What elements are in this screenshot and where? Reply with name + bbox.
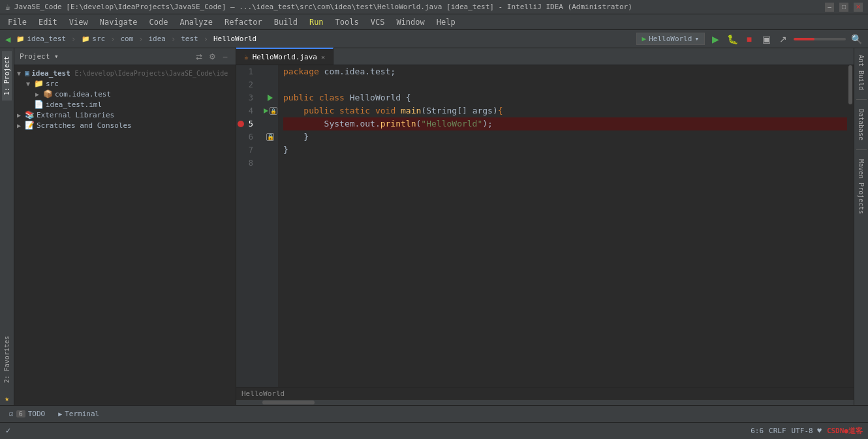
menu-run[interactable]: Run bbox=[304, 16, 329, 28]
maximize-button[interactable]: □ bbox=[839, 3, 848, 12]
tree-label-ext-libs: External Libraries bbox=[37, 111, 114, 119]
status-left: ✓ bbox=[5, 427, 16, 435]
nav-bar: ◀ 📁 idea_test › 📁 src › com › idea › tes… bbox=[0, 30, 868, 48]
menu-vcs[interactable]: VCS bbox=[365, 16, 390, 28]
code-line-6: } bbox=[283, 130, 847, 144]
nav-item-src[interactable]: 📁 src bbox=[78, 33, 108, 45]
breadcrumb-sep3: › bbox=[138, 35, 143, 44]
code-content[interactable]: package com.idea.test; public class Hell… bbox=[278, 65, 847, 387]
title-bar-controls: – □ ✕ bbox=[825, 3, 863, 12]
token-kw-public-2: public bbox=[303, 104, 334, 117]
sidebar-tab-favorites[interactable]: 2: Favorites bbox=[2, 331, 12, 388]
stop-button[interactable]: ■ bbox=[743, 33, 756, 46]
line-num-1: 1 bbox=[236, 65, 257, 78]
tree-scratch-icon: 📝 bbox=[25, 121, 35, 130]
menu-code[interactable]: Code bbox=[144, 16, 174, 28]
run-config-dropdown[interactable]: ▶ HelloWorld ▾ bbox=[636, 33, 705, 45]
token-kw-static: static bbox=[339, 104, 370, 117]
tree-label-idea_test: idea_test E:\develop\IdeaProjects\JavaSE… bbox=[31, 69, 228, 78]
nav-back-icon[interactable]: ◀ bbox=[5, 34, 10, 44]
gutter-3[interactable] bbox=[262, 91, 278, 104]
bottom-tab-todo[interactable]: ☑ 6 TODO bbox=[5, 408, 49, 419]
close-button[interactable]: ✕ bbox=[854, 3, 863, 12]
breakpoint-dot bbox=[238, 121, 244, 127]
progress-indicator bbox=[794, 38, 846, 40]
nav-item-test[interactable]: test bbox=[178, 33, 201, 44]
code-line-4: public static void main (String[] args) … bbox=[283, 104, 847, 117]
title-text: JavaSE_Code [E:\develop\IdeaProjects\Jav… bbox=[14, 3, 632, 11]
menu-window[interactable]: Window bbox=[391, 16, 429, 28]
tree-item-src[interactable]: ▼ 📁 src bbox=[14, 78, 236, 89]
tree-item-iml[interactable]: ▶ 📄 idea_test.iml bbox=[14, 99, 236, 110]
editor-tab-helloworld[interactable]: ☕ HelloWorld.java ✕ bbox=[236, 48, 333, 65]
menu-analyze[interactable]: Analyze bbox=[174, 16, 218, 28]
deploy-button[interactable]: ↗ bbox=[777, 33, 790, 46]
horizontal-scrollbar[interactable] bbox=[236, 400, 854, 405]
token-fn-main: main bbox=[401, 104, 421, 117]
right-panel-divider-1 bbox=[856, 99, 867, 100]
menu-view[interactable]: View bbox=[64, 16, 93, 28]
favorites-icon[interactable]: ★ bbox=[5, 392, 9, 405]
menu-tools[interactable]: Tools bbox=[330, 16, 364, 28]
panel-gear-button[interactable]: ⚙ bbox=[207, 52, 217, 62]
panel-minimize-button[interactable]: – bbox=[220, 52, 230, 62]
gutter-1 bbox=[262, 65, 278, 78]
token-kw-void: void bbox=[375, 104, 395, 117]
right-panels: Ant Build Database Maven Projects bbox=[854, 48, 868, 405]
right-tab-ant-build[interactable]: Ant Build bbox=[856, 51, 866, 94]
code-editor: 1 2 3 4 5 6 7 8 bbox=[236, 65, 854, 387]
run-button[interactable]: ▶ bbox=[709, 33, 722, 46]
panel-header: Project ▾ ⇄ ⚙ – bbox=[14, 48, 236, 65]
encoding[interactable]: UTF-8 ♥ bbox=[792, 427, 822, 435]
breadcrumb-sep2: › bbox=[110, 35, 115, 44]
status-vcs-button[interactable]: ✓ bbox=[5, 427, 11, 435]
src-icon: 📁 bbox=[81, 35, 90, 44]
tree-module-icon: ▣ bbox=[25, 68, 29, 78]
toolbar-right: ▶ HelloWorld ▾ ▶ 🐛 ■ ▣ ↗ 🔍 bbox=[636, 33, 863, 46]
menu-build[interactable]: Build bbox=[269, 16, 303, 28]
tree-iml-icon: 📄 bbox=[34, 100, 44, 109]
tree-label-scratches: Scratches and Consoles bbox=[37, 121, 132, 130]
tree-src-icon: 📁 bbox=[34, 79, 44, 88]
right-tab-maven[interactable]: Maven Projects bbox=[856, 155, 866, 218]
debug-button[interactable]: 🐛 bbox=[726, 33, 739, 46]
code-line-1: package com.idea.test; bbox=[283, 65, 847, 78]
coverage-button[interactable]: ▣ bbox=[760, 33, 773, 46]
search-button[interactable]: 🔍 bbox=[850, 33, 863, 46]
nav-item-idea[interactable]: idea bbox=[146, 33, 169, 44]
vertical-scrollbar[interactable] bbox=[847, 65, 854, 387]
tree-arrow-scratches: ▶ bbox=[17, 122, 23, 129]
tree-item-ext-libs[interactable]: ▶ 📚 External Libraries bbox=[14, 110, 236, 120]
bottom-tab-terminal[interactable]: ▶ Terminal bbox=[54, 408, 103, 419]
gutter-6[interactable]: 🔒 bbox=[262, 130, 278, 144]
nav-item-com[interactable]: com bbox=[117, 33, 136, 44]
nav-item-idea_test[interactable]: 📁 idea_test bbox=[13, 33, 69, 45]
menu-help[interactable]: Help bbox=[431, 16, 461, 28]
menu-refactor[interactable]: Refactor bbox=[219, 16, 268, 28]
panel-sync-button[interactable]: ⇄ bbox=[194, 52, 204, 62]
project-panel: Project ▾ ⇄ ⚙ – ▼ ▣ idea_test E:\develop… bbox=[14, 48, 236, 405]
tab-close-button[interactable]: ✕ bbox=[321, 53, 325, 61]
editor-tabs: ☕ HelloWorld.java ✕ bbox=[236, 48, 854, 65]
terminal-icon: ▶ bbox=[58, 410, 62, 417]
tree-item-package[interactable]: ▶ 📦 com.idea.test bbox=[14, 89, 236, 99]
tree-item-idea_test[interactable]: ▼ ▣ idea_test E:\develop\IdeaProjects\Ja… bbox=[14, 68, 236, 78]
menu-edit[interactable]: Edit bbox=[33, 16, 63, 28]
tree-arrow-ext-libs: ▶ bbox=[17, 112, 23, 119]
minimize-button[interactable]: – bbox=[825, 3, 834, 12]
line-ending[interactable]: CRLF bbox=[769, 427, 786, 435]
line-num-5: 5 bbox=[236, 117, 257, 130]
sidebar-tab-project[interactable]: 1: Project bbox=[2, 51, 12, 100]
code-line-3: public class HelloWorld { bbox=[283, 91, 847, 104]
menu-navigate[interactable]: Navigate bbox=[95, 16, 143, 28]
line-num-6: 6 bbox=[236, 130, 257, 144]
gutter: 🔒 🔒 bbox=[262, 65, 278, 387]
run-arrow-icon bbox=[268, 95, 273, 101]
nav-item-helloworld[interactable]: HelloWorld bbox=[211, 33, 259, 44]
right-tab-database[interactable]: Database bbox=[856, 105, 866, 144]
gutter-4[interactable]: 🔒 bbox=[262, 104, 278, 117]
tree-item-scratches[interactable]: ▶ 📝 Scratches and Consoles bbox=[14, 120, 236, 130]
code-line-7: } bbox=[283, 144, 847, 157]
menu-file[interactable]: File bbox=[3, 16, 32, 28]
h-scrollbar-thumb bbox=[262, 401, 315, 404]
